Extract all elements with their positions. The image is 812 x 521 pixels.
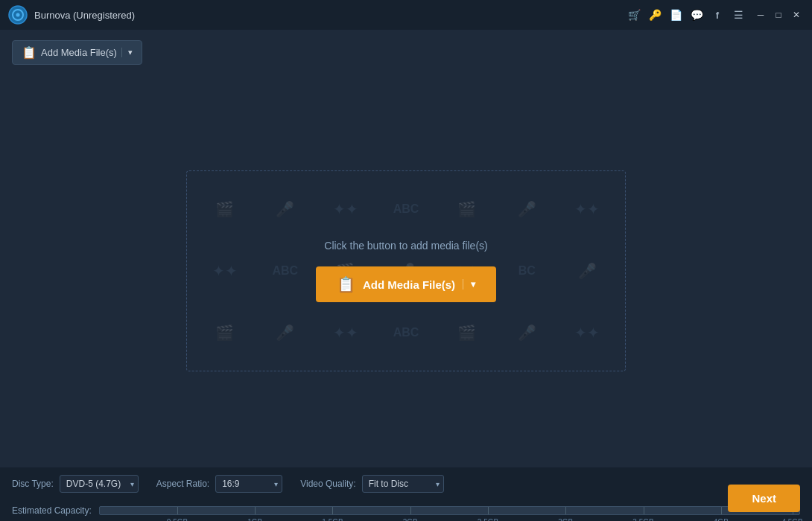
- add-media-center-button[interactable]: 📋 Add Media File(s) ▾: [316, 266, 496, 302]
- aspect-ratio-label: Aspect Ratio:: [156, 479, 209, 489]
- video-quality-select-wrapper: Fit to Disc High Medium Low: [362, 475, 444, 493]
- app-logo-icon: [7, 4, 28, 25]
- aspect-ratio-select-wrapper: 16:9 4:3: [215, 475, 282, 493]
- notes-icon[interactable]: 📄: [667, 7, 684, 23]
- drop-zone-text: Click the button to add media file(s): [324, 240, 487, 252]
- tick-0.5gb: 0.5GB: [177, 507, 178, 514]
- disc-type-group: Disc Type: DVD-5 (4.7G) DVD-9 (8.5G) BD-…: [12, 475, 139, 493]
- app-title: Burnova (Unregistered): [34, 10, 135, 21]
- titlebar: Burnova (Unregistered) 🛒 🔑 📄 💬 f ☰ ─ □ ✕: [0, 0, 812, 30]
- bg-abc3-icon: BC: [497, 240, 557, 302]
- next-button[interactable]: Next: [728, 485, 800, 512]
- bg-star2-icon: ✦✦: [557, 179, 618, 240]
- bg-film-icon: 🎬: [194, 179, 255, 240]
- tick-2.5gb: 2.5GB: [488, 507, 489, 514]
- bg-abc-icon: ABC: [375, 179, 436, 240]
- chat-icon[interactable]: 💬: [688, 7, 705, 23]
- add-media-icon: 📋: [22, 45, 37, 60]
- tick-3.5gb: 3.5GB: [644, 507, 644, 514]
- maximize-button[interactable]: □: [770, 7, 787, 23]
- video-quality-group: Video Quality: Fit to Disc High Medium L…: [300, 475, 444, 493]
- bg-abc4-icon: ABC: [375, 301, 436, 363]
- main-content: 🎬 🎤 ✦✦ ABC 🎬 🎤 ✦✦ ✦✦ ABC 🎬 🎤 ✦✦ BC 🎤 🎬 🎤…: [0, 74, 812, 467]
- minimize-button[interactable]: ─: [752, 7, 769, 23]
- tick-1.5gb: 1.5GB: [332, 507, 333, 514]
- add-media-center-icon: 📋: [337, 275, 355, 293]
- cart-icon[interactable]: 🛒: [626, 7, 642, 23]
- video-quality-label: Video Quality:: [300, 479, 356, 489]
- bg-abc2-icon: ABC: [255, 240, 315, 302]
- win-controls: ─ □ ✕: [752, 7, 805, 23]
- tick-1gb: 1GB: [255, 507, 256, 514]
- disc-type-label: Disc Type:: [12, 479, 54, 489]
- disc-type-select[interactable]: DVD-5 (4.7G) DVD-9 (8.5G) BD-25 (25G) BD…: [60, 475, 139, 493]
- tick-4gb: 4GB: [721, 507, 722, 514]
- bg-film2-icon: 🎬: [437, 179, 497, 240]
- bg-mic4-icon: 🎤: [557, 240, 618, 302]
- toolbar: 📋 Add Media File(s) ▾: [0, 30, 812, 74]
- svg-point-2: [16, 13, 20, 17]
- bg-film5-icon: 🎬: [437, 301, 497, 363]
- bg-star6-icon: ✦✦: [557, 301, 618, 363]
- aspect-ratio-group: Aspect Ratio: 16:9 4:3: [156, 475, 282, 493]
- aspect-ratio-select[interactable]: 16:9 4:3: [215, 475, 282, 493]
- menu-icon[interactable]: ☰: [730, 7, 746, 23]
- drop-zone: 🎬 🎤 ✦✦ ABC 🎬 🎤 ✦✦ ✦✦ ABC 🎬 🎤 ✦✦ BC 🎤 🎬 🎤…: [186, 170, 626, 371]
- tick-2gb: 2GB: [410, 507, 411, 514]
- add-media-button[interactable]: 📋 Add Media File(s) ▾: [12, 40, 142, 65]
- bottom-controls: Disc Type: DVD-5 (4.7G) DVD-9 (8.5G) BD-…: [12, 467, 800, 500]
- bg-film4-icon: 🎬: [194, 301, 255, 363]
- titlebar-left: Burnova (Unregistered): [7, 4, 135, 25]
- bg-mic5-icon: 🎤: [255, 301, 315, 363]
- bg-star3-icon: ✦✦: [194, 240, 255, 302]
- bg-star-icon: ✦✦: [315, 179, 375, 240]
- video-quality-select[interactable]: Fit to Disc High Medium Low: [362, 475, 444, 493]
- add-media-center-arrow-icon[interactable]: ▾: [463, 279, 475, 290]
- titlebar-icons: 🛒 🔑 📄 💬 f ☰: [626, 7, 746, 23]
- bottom-bar: Disc Type: DVD-5 (4.7G) DVD-9 (8.5G) BD-…: [0, 467, 812, 521]
- close-button[interactable]: ✕: [788, 7, 805, 23]
- capacity-row: Estimated Capacity: 0.5GB 1GB 1.5GB 2GB …: [12, 500, 800, 521]
- disc-type-select-wrapper: DVD-5 (4.7G) DVD-9 (8.5G) BD-25 (25G) BD…: [60, 475, 139, 493]
- capacity-bar: 0.5GB 1GB 1.5GB 2GB 2.5GB 3GB 3.5GB 4GB …: [99, 506, 800, 515]
- add-media-label: Add Media File(s): [41, 47, 117, 58]
- key-icon[interactable]: 🔑: [647, 7, 663, 23]
- add-media-arrow-icon[interactable]: ▾: [121, 48, 133, 57]
- facebook-icon[interactable]: f: [709, 7, 726, 23]
- tick-3gb: 3GB: [565, 507, 566, 514]
- add-media-center-label: Add Media File(s): [363, 278, 455, 291]
- bg-mic-icon: 🎤: [255, 179, 315, 240]
- bg-mic6-icon: 🎤: [497, 301, 557, 363]
- capacity-label: Estimated Capacity:: [12, 505, 92, 516]
- bg-star5-icon: ✦✦: [315, 301, 375, 363]
- bg-mic2-icon: 🎤: [497, 179, 557, 240]
